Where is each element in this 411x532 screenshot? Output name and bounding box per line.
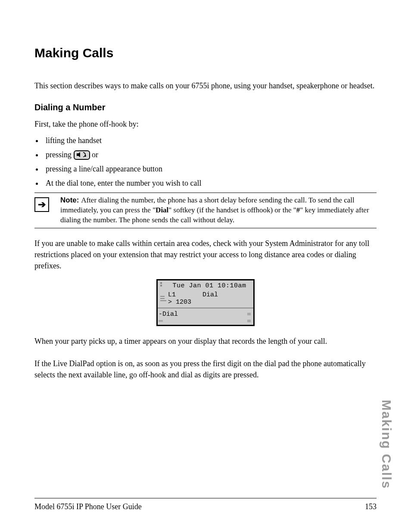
lcd-datetime: Tue Jan 01 10:10am xyxy=(168,282,251,289)
timer-paragraph: When your party picks up, a timer appear… xyxy=(34,336,377,347)
list-item-text-pre: pressing xyxy=(46,150,74,159)
note-callout: ➔ Note: After dialing the number, the ph… xyxy=(34,193,377,228)
lcd-line-indicator-icon xyxy=(160,291,168,306)
note-hash-bold: # xyxy=(296,206,300,214)
note-label: Note: xyxy=(60,196,81,204)
lcd-line-label: L1 xyxy=(168,291,202,299)
arrow-right-icon: ➔ xyxy=(34,197,49,212)
phone-lcd-display: Tue Jan 01 10:10am L1 > 1203 Dial -Dial xyxy=(156,279,255,326)
lcd-state: Dial xyxy=(202,291,251,299)
side-tab-label: Making Calls xyxy=(379,400,394,489)
speaker-headset-key-icon xyxy=(74,150,90,160)
footer-left: Model 6755i IP Phone User Guide xyxy=(34,502,142,511)
document-page: Making Calls This section describes ways… xyxy=(0,0,411,532)
restrict-paragraph: If you are unable to make calls within c… xyxy=(34,238,377,271)
section-heading-dialing: Dialing a Number xyxy=(34,103,377,112)
footer-page-number: 153 xyxy=(365,502,377,511)
note-icon-cell: ➔ xyxy=(34,196,60,225)
lcd-softkey-area: -Dial xyxy=(158,308,253,325)
note-body-mid: " softkey (if the handset is offhook) or… xyxy=(168,206,296,214)
lcd-mid-row: L1 > 1203 Dial xyxy=(158,289,253,308)
note-dial-bold: Dial xyxy=(156,206,168,214)
list-item-text-post: or xyxy=(92,150,98,159)
offhook-bullet-list: lifting the handset pressing or pressing… xyxy=(34,135,377,189)
lcd-softkey-dial: -Dial xyxy=(159,311,247,318)
lcd-header-row: Tue Jan 01 10:10am xyxy=(158,280,253,289)
page-title: Making Calls xyxy=(34,46,377,60)
lcd-softkey-marker-icon xyxy=(247,320,251,322)
list-item: pressing or xyxy=(43,149,377,161)
livedial-paragraph: If the Live DialPad option is on, as soo… xyxy=(34,358,377,380)
note-text: Note: After dialing the number, the phon… xyxy=(60,196,377,225)
offhook-intro: First, take the phone off-hook by: xyxy=(34,118,377,130)
intro-paragraph: This section describes ways to make call… xyxy=(34,80,377,91)
list-item: At the dial tone, enter the number you w… xyxy=(43,177,377,189)
footer-rule xyxy=(34,498,377,498)
lcd-softkey-marker-icon xyxy=(247,313,251,315)
list-item: pressing a line/call appearance button xyxy=(43,163,377,175)
lcd-dialed-number: > 1203 xyxy=(168,299,202,306)
list-item: lifting the handset xyxy=(43,135,377,146)
lcd-softkey-marker-icon xyxy=(159,320,163,322)
svg-point-0 xyxy=(84,155,86,157)
lcd-status-dots-icon xyxy=(160,282,168,289)
page-footer: Model 6755i IP Phone User Guide 153 xyxy=(34,502,377,511)
